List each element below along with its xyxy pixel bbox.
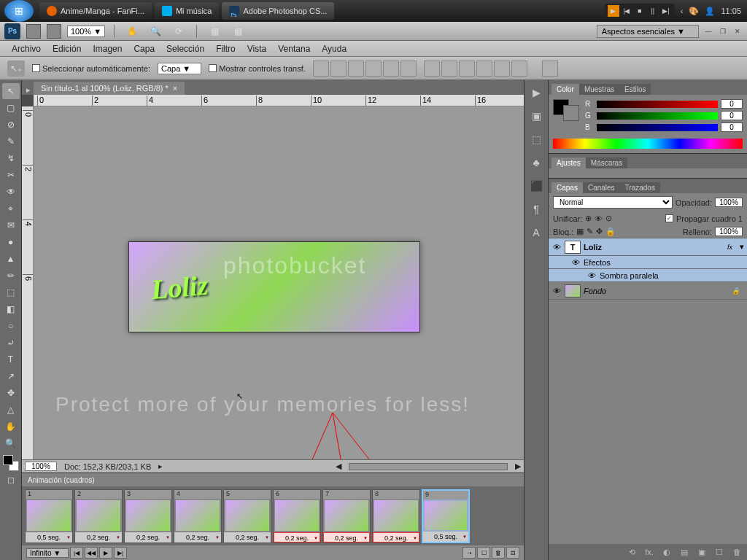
g-slider[interactable]: [597, 112, 718, 120]
mask-icon[interactable]: ◐: [661, 546, 673, 558]
history-brush-tool[interactable]: ▲: [2, 251, 20, 267]
frame-delay[interactable]: 0,2 seg.: [125, 532, 171, 542]
unify-pos-icon[interactable]: ⊕: [585, 214, 592, 223]
tab-canales[interactable]: Canales: [583, 182, 620, 193]
brush-tool[interactable]: ✉: [2, 217, 20, 233]
media-pause-button[interactable]: ||: [647, 5, 659, 17]
paragraph-panel-icon[interactable]: ¶: [528, 201, 544, 217]
media-prev-button[interactable]: |◀: [621, 5, 632, 17]
auto-align-icon[interactable]: [542, 61, 558, 77]
close-button[interactable]: ✕: [732, 26, 743, 36]
timeline-toggle-button[interactable]: ⊟: [506, 547, 519, 559]
tab-styles[interactable]: Estilos: [619, 84, 651, 95]
quickmask-button[interactable]: ◻: [2, 472, 20, 488]
layer-fx-sombra[interactable]: 👁 Sombra paralela: [549, 269, 747, 282]
3d-tool[interactable]: △: [2, 402, 20, 418]
history-panel-icon[interactable]: ▶: [528, 85, 544, 101]
scrollbar-h[interactable]: [349, 463, 508, 470]
r-input[interactable]: [721, 99, 743, 109]
type-tool[interactable]: T: [2, 351, 20, 368]
frame-delay[interactable]: 0,2 seg.: [224, 532, 271, 542]
path-select-tool[interactable]: ↗: [2, 368, 20, 384]
animation-frame[interactable]: 90,5 seg.: [422, 489, 470, 543]
animation-tab[interactable]: Animación (cuadros): [22, 473, 524, 486]
tray-chevron-icon[interactable]: ‹: [681, 7, 684, 15]
extras-icon[interactable]: [47, 24, 61, 39]
unify-vis-icon[interactable]: 👁: [595, 214, 603, 223]
zoom-tool[interactable]: 🔍: [2, 435, 20, 451]
animation-frame[interactable]: 80,2 seg.: [372, 489, 420, 543]
character-panel-icon[interactable]: A: [528, 225, 544, 241]
frame-delay[interactable]: 0,5 seg.: [26, 532, 72, 542]
frame-delay[interactable]: 0,2 seg.: [274, 532, 320, 542]
fx-badge[interactable]: fx: [727, 244, 737, 251]
animation-frame[interactable]: 40,2 seg.: [174, 489, 222, 543]
align-top-icon[interactable]: [313, 61, 329, 77]
eyedropper-tool[interactable]: 👁: [2, 184, 20, 200]
workspace-select[interactable]: Aspectos esenciales ▼: [597, 25, 699, 38]
taskbar-item-firefox[interactable]: Anime/Manga - FanFi...: [39, 2, 152, 20]
zoom-select[interactable]: 100% ▼: [67, 26, 105, 37]
group-icon[interactable]: ▣: [696, 546, 708, 558]
tab-capas[interactable]: Capas: [551, 182, 583, 193]
frame-delay[interactable]: 0,2 seg.: [323, 532, 370, 542]
move-tool[interactable]: ↖: [2, 83, 20, 99]
blur-tool[interactable]: ◧: [2, 301, 20, 317]
dist-top-icon[interactable]: [424, 61, 440, 77]
menu-archivo[interactable]: Archivo: [7, 42, 45, 55]
menu-filtro[interactable]: Filtro: [212, 42, 240, 55]
zoom-tool-icon[interactable]: 🔍: [147, 23, 164, 39]
media-next-button[interactable]: ▶|: [660, 5, 672, 17]
frame-delay[interactable]: 0,5 seg.: [423, 532, 468, 542]
align-bottom-icon[interactable]: [348, 61, 364, 77]
visibility-icon[interactable]: 👁: [551, 243, 562, 252]
document-tab[interactable]: Sin título-1 al 100% (Loliz, RGB/8) * ×: [34, 82, 185, 95]
new-frame-button[interactable]: ☐: [477, 547, 490, 559]
bridge-icon[interactable]: [26, 24, 41, 39]
fg-bg-mini[interactable]: [553, 99, 579, 134]
eraser-tool[interactable]: ✏: [2, 268, 20, 284]
anim-first-button[interactable]: |◀: [70, 547, 83, 559]
link-layers-icon[interactable]: ⟲: [626, 546, 638, 558]
animation-frame[interactable]: 60,2 seg.: [273, 489, 321, 543]
tab-color[interactable]: Color: [551, 84, 579, 95]
heal-tool[interactable]: ⌖: [2, 201, 20, 217]
media-play-button[interactable]: ▶: [608, 5, 619, 17]
crop-tool[interactable]: ↯: [2, 150, 20, 166]
tab-collapse-icon[interactable]: ▸: [26, 85, 34, 95]
gradient-tool[interactable]: ⬚: [2, 284, 20, 300]
unify-style-icon[interactable]: ⊙: [605, 214, 612, 223]
animation-frame[interactable]: 30,2 seg.: [124, 489, 172, 543]
lock-move-icon[interactable]: ✥: [596, 227, 603, 236]
menu-seleccion[interactable]: Selección: [162, 42, 209, 55]
screen-mode-icon[interactable]: ▦: [229, 23, 247, 39]
anim-prev-button[interactable]: ◀◀: [85, 547, 98, 559]
media-stop-button[interactable]: ■: [634, 5, 646, 17]
auto-select-checkbox[interactable]: Seleccionar automáticamente:: [32, 64, 150, 73]
clone-panel-icon[interactable]: ⬛: [528, 178, 544, 194]
slice-tool[interactable]: ✂: [2, 167, 20, 183]
brushes-panel-icon[interactable]: ♣: [528, 155, 544, 171]
stamp-tool[interactable]: ●: [2, 234, 20, 250]
align-left-icon[interactable]: [365, 61, 382, 77]
hand-tool-icon[interactable]: ✋: [123, 23, 141, 39]
hand-tool[interactable]: ✋: [2, 419, 20, 435]
menu-vista[interactable]: Vista: [243, 42, 271, 55]
arrange-docs-icon[interactable]: ▦: [206, 23, 223, 39]
spectrum-bar[interactable]: [553, 139, 743, 149]
anim-next-button[interactable]: ▶|: [114, 547, 127, 559]
info-panel-icon[interactable]: ⬚: [528, 131, 544, 147]
fg-bg-swatch[interactable]: [3, 455, 19, 471]
tray-palette-icon[interactable]: 🎨: [689, 7, 699, 16]
layer-fx-efectos[interactable]: 👁 Efectos: [549, 256, 747, 269]
visibility-icon[interactable]: 👁: [551, 287, 562, 295]
align-vcenter-icon[interactable]: [330, 61, 347, 77]
dist-bottom-icon[interactable]: [459, 61, 475, 77]
lock-all-icon[interactable]: 🔒: [605, 227, 616, 236]
fx-chevron-icon[interactable]: ▾: [740, 242, 744, 252]
animation-frame[interactable]: 20,2 seg.: [74, 489, 123, 543]
opacity-input[interactable]: [715, 198, 743, 207]
lock-paint-icon[interactable]: ✎: [587, 227, 593, 236]
dist-vcenter-icon[interactable]: [441, 61, 457, 77]
start-button[interactable]: [4, 0, 34, 22]
